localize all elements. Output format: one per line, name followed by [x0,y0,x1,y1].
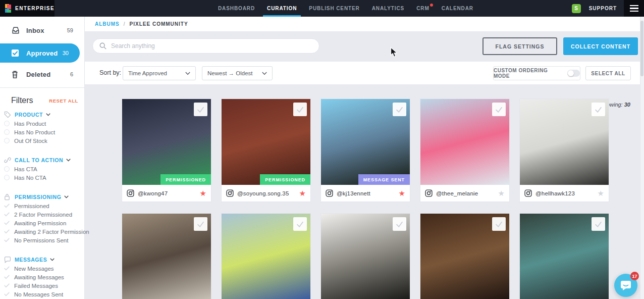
filter-option-awaiting-messages[interactable]: Awaiting Messages [0,273,84,281]
filter-group-header[interactable]: PERMISSIONING [0,192,84,202]
search-input[interactable] [111,42,303,49]
filters-header: Filters RESET ALL [0,88,84,110]
brand[interactable]: ENTERPRISE [0,0,55,17]
chat-launcher[interactable]: 17 [614,274,637,297]
instagram-icon [425,189,433,197]
chevron-down-icon [66,159,71,162]
filter-group-header[interactable]: MESSAGES [0,255,84,264]
breadcrumb-current: PIXLEE COMMUNITY [130,21,188,27]
card-username[interactable]: @kj13ennett [337,190,399,196]
content-card[interactable]: MESSAGE SENT @kj13ennett ★ [320,98,410,202]
folder-list: Inbox 59 Approved 30 Deleted 6 [0,17,84,81]
select-check-icon[interactable] [194,217,207,231]
content-card[interactable]: ★ [420,213,510,299]
content-photo[interactable] [520,214,609,299]
favorite-star-icon[interactable]: ★ [200,189,206,197]
select-all-button[interactable]: SELECT ALL [585,66,631,80]
trash-icon [11,70,20,79]
nav-item-publish-center[interactable]: PUBLISH CENTER [309,0,359,17]
flag-settings-button[interactable]: FLAG SETTINGS [482,37,557,55]
content-grid: PERMISSIONED @kwong47 ★ PERMISSIONED @so… [122,98,610,299]
sidebar-folder-deleted[interactable]: Deleted 6 [0,68,84,81]
content-card[interactable]: ★ [519,213,609,299]
hamburger-menu-icon[interactable] [624,0,644,17]
card-username[interactable]: @kwong47 [138,190,200,196]
content-photo[interactable] [222,214,310,299]
nav-item-analytics[interactable]: ANALYTICS [372,0,404,17]
favorite-star-icon[interactable]: ★ [598,189,604,197]
favorite-star-icon[interactable]: ★ [299,189,306,197]
filter-option-awaiting-2-factor-permission[interactable]: Awaiting 2 Factor Permission [0,227,84,236]
content-photo[interactable] [520,99,609,185]
filter-option-failed-messages[interactable]: Failed Messages [0,281,84,290]
custom-ordering-toggle[interactable] [567,70,580,77]
nav-right: S SUPPORT [572,0,644,17]
filter-option-no-messages-sent[interactable]: No Messages Sent [0,290,84,298]
favorite-star-icon[interactable]: ★ [399,189,405,197]
scrollbar[interactable] [640,17,644,299]
support-link[interactable]: SUPPORT [589,6,617,11]
select-check-icon[interactable] [194,103,207,116]
content-photo[interactable] [420,99,509,185]
content-card[interactable]: @hellhawk123 ★ [519,98,609,202]
brand-name: ENTERPRISE [15,6,55,11]
filter-option-out-of-stock[interactable]: Out Of Stock [0,136,84,145]
content-card[interactable]: PERMISSIONED @soyoung.song.35 ★ [221,98,311,202]
select-check-icon[interactable] [393,103,406,116]
custom-ordering-mode-button[interactable]: CUSTOM ORDERING MODE [493,66,580,80]
breadcrumb-albums-link[interactable]: ALBUMS [95,21,120,27]
chat-unread-badge: 17 [630,272,639,280]
content-card[interactable]: ★ [221,213,311,299]
content-photo[interactable]: PERMISSIONED [122,99,211,185]
filter-option-has-no-product[interactable]: Has No Product [0,128,84,136]
nav-item-curation[interactable]: CURATION [267,0,297,17]
content-card[interactable]: ★ [320,213,410,299]
sidebar-folder-approved[interactable]: Approved 30 [0,43,80,63]
sort-order-dropdown[interactable]: Newest → Oldest [202,66,273,80]
content-card[interactable]: @thee_melanie ★ [420,98,510,202]
content-photo[interactable] [420,214,509,299]
filter-option-has-cta[interactable]: Has CTA [0,165,84,173]
select-check-icon[interactable] [492,103,506,116]
nav-item-crm[interactable]: CRM [416,0,429,17]
filter-option-no-permissions-sent[interactable]: No Permissions Sent [0,236,84,244]
content-photo[interactable]: MESSAGE SENT [321,99,410,185]
content-photo[interactable] [122,214,211,299]
filter-option-2-factor-permissioned[interactable]: 2 Factor Permissioned [0,210,84,219]
card-username[interactable]: @thee_melanie [436,190,498,196]
content-card[interactable]: ★ [122,213,211,299]
filter-option-awaiting-permission[interactable]: Awaiting Permission [0,219,84,227]
instagram-icon [524,189,532,197]
favorite-star-icon[interactable]: ★ [498,189,505,197]
select-check-icon[interactable] [592,103,605,116]
filter-group-header[interactable]: PRODUCT [0,110,84,119]
sort-field-dropdown[interactable]: Time Approved [123,66,196,80]
filter-option-has-product[interactable]: Has Product [0,119,84,128]
filters-title: Filters [11,96,49,105]
filter-option-permissioned[interactable]: Permissioned [0,202,84,210]
filter-group-header[interactable]: CALL TO ACTION [0,156,84,165]
select-check-icon[interactable] [293,103,307,116]
filter-option-new-messages[interactable]: New Messages [0,264,84,273]
workspace-badge[interactable]: S [572,4,581,13]
card-username[interactable]: @soyoung.song.35 [237,190,299,196]
collect-content-button[interactable]: COLLECT CONTENT [563,37,638,55]
content-photo[interactable] [321,214,410,299]
nav-item-calendar[interactable]: CALENDAR [442,0,473,17]
folder-count: 30 [63,50,69,56]
content-photo[interactable]: PERMISSIONED [222,99,310,185]
search-box[interactable] [92,38,319,54]
filter-option-has-no-cta[interactable]: Has No CTA [0,173,84,182]
select-check-icon[interactable] [492,217,506,231]
select-check-icon[interactable] [393,217,406,231]
sidebar-folder-inbox[interactable]: Inbox 59 [0,24,84,37]
content-card[interactable]: PERMISSIONED @kwong47 ★ [122,98,211,202]
card-username[interactable]: @hellhawk123 [535,190,598,196]
card-footer: @kwong47 ★ [122,185,211,202]
nav-item-dashboard[interactable]: DASHBOARD [218,0,255,17]
select-check-icon[interactable] [293,217,307,231]
check-marker-icon [4,203,10,209]
select-check-icon[interactable] [592,217,605,231]
scrollbar-thumb[interactable] [640,21,643,76]
reset-all-button[interactable]: RESET ALL [49,98,78,104]
